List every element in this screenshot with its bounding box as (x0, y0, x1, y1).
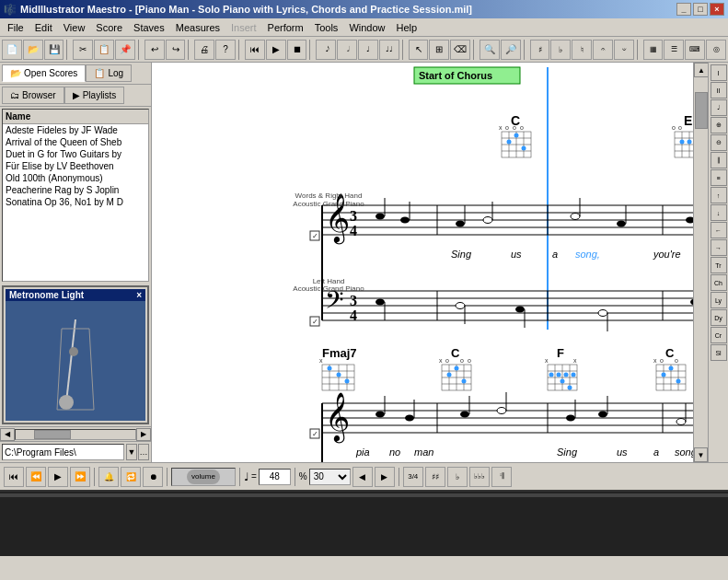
open-button[interactable]: 📂 (23, 40, 43, 60)
metronome-close-button[interactable]: × (136, 290, 142, 300)
rp-btn-12[interactable]: Tr (711, 257, 727, 273)
tb-select[interactable]: ⊞ (429, 40, 449, 60)
menu-score[interactable]: Score (90, 20, 128, 35)
time-sig-button[interactable]: 3/4 (403, 467, 423, 487)
list-item[interactable]: Old 100th (Anonymous) (3, 172, 148, 184)
list-item[interactable]: Arrival of the Queen of Sheb (3, 136, 148, 148)
menu-file[interactable]: File (2, 20, 29, 35)
rp-btn-9[interactable]: ↓ (711, 204, 727, 221)
key-sig-button[interactable]: ♭♭♭ (469, 467, 490, 487)
zoom-select[interactable]: 25 30 50 75 100 (309, 469, 351, 485)
minimize-button[interactable]: _ (676, 3, 691, 16)
tb-sharp[interactable]: ♯ (530, 40, 550, 60)
list-item[interactable]: Sonatina Op 36, No1 by M D (3, 196, 148, 208)
rp-btn-13[interactable]: Ch (711, 274, 727, 291)
print-button[interactable]: 🖨 (194, 40, 214, 60)
zoom-in-button[interactable]: ▶ (375, 467, 395, 487)
flat-button[interactable]: ♭ (447, 467, 468, 487)
tb-eraser[interactable]: ⌫ (450, 40, 470, 60)
tb-extra1[interactable]: 𝄐 (593, 40, 613, 60)
menu-staves[interactable]: Staves (128, 20, 170, 35)
path-dropdown-button[interactable]: ▼ (126, 444, 137, 460)
copy-button[interactable]: 📋 (94, 40, 114, 60)
rp-btn-14[interactable]: Ly (711, 292, 727, 308)
tb-zoom-in[interactable]: 🔍 (480, 40, 500, 60)
tb-note4[interactable]: ♩♩ (379, 40, 399, 60)
tb-natural[interactable]: ♮ (572, 40, 592, 60)
redo-button[interactable]: ↪ (166, 40, 186, 60)
menu-window[interactable]: Window (343, 20, 390, 35)
cut-button[interactable]: ✂ (73, 40, 93, 60)
help-button[interactable]: ? (215, 40, 236, 60)
log-tab[interactable]: 📋 Log (86, 64, 132, 82)
metronome-title-bar[interactable]: Metronome Light × (6, 289, 145, 301)
paste-button[interactable]: 📌 (115, 40, 135, 60)
volume-control[interactable]: volume (171, 468, 236, 486)
path-input[interactable] (2, 444, 124, 460)
horizontal-scroll-thumb[interactable] (34, 430, 71, 439)
tb-drum[interactable]: ◎ (706, 40, 726, 60)
tb-flat[interactable]: ♭ (550, 40, 571, 60)
browser-tab[interactable]: 🗂 Browser (2, 87, 64, 104)
maximize-button[interactable]: □ (693, 3, 708, 16)
list-item[interactable]: Adeste Fideles by JF Wade (3, 124, 148, 136)
tb-rewind[interactable]: ⏮ (245, 40, 265, 60)
metronome-button[interactable]: 🔔 (98, 467, 119, 487)
save-button[interactable]: 💾 (44, 40, 64, 60)
tb-note1[interactable]: 𝅘𝅥𝅮 (316, 40, 336, 60)
horizontal-scrollbar[interactable]: ◀ ▶ (0, 426, 151, 441)
scroll-down-button[interactable]: ▼ (694, 447, 708, 462)
tb-piano-roll[interactable]: ⌨ (685, 40, 705, 60)
undo-button[interactable]: ↩ (144, 40, 165, 60)
menu-view[interactable]: View (58, 20, 91, 35)
rp-btn-16[interactable]: Cr (711, 327, 727, 343)
score-area[interactable]: Start of Chorus 𝄞 3 4 Words & Right Hand… (152, 63, 708, 462)
playlists-tab[interactable]: ▶ Playlists (64, 87, 125, 104)
menu-help[interactable]: Help (391, 20, 423, 35)
rp-btn-4[interactable]: ⊕ (711, 117, 727, 133)
tb-play[interactable]: ▶ (266, 40, 286, 60)
tempo-input[interactable] (259, 469, 291, 485)
sharp-button[interactable]: ♯♯ (425, 467, 445, 487)
list-item[interactable]: Peacherine Rag by S Joplin (3, 184, 148, 196)
transport-forward-button[interactable]: ⏩ (70, 467, 90, 487)
menu-measures[interactable]: Measures (170, 20, 225, 35)
scroll-up-button[interactable]: ▲ (694, 63, 708, 77)
tb-zoom-out[interactable]: 🔎 (501, 40, 521, 60)
rp-btn-17[interactable]: Sl (711, 344, 727, 361)
transport-back-button[interactable]: ⏪ (26, 467, 46, 487)
transport-play-button[interactable]: ▶ (48, 467, 68, 487)
menu-perform[interactable]: Perform (262, 20, 309, 35)
menu-tools[interactable]: Tools (309, 20, 344, 35)
tb-list[interactable]: ☰ (664, 40, 684, 60)
vertical-scrollbar[interactable]: ▲ ▼ (693, 63, 708, 462)
scroll-right-button[interactable]: ▶ (136, 428, 151, 441)
rp-btn-1[interactable]: I (711, 64, 727, 81)
tb-cursor[interactable]: ↖ (409, 40, 429, 60)
menu-insert[interactable]: Insert (225, 20, 262, 35)
menu-edit[interactable]: Edit (29, 20, 58, 35)
repeat-button[interactable]: 𝄇 (491, 467, 512, 487)
path-browse-button[interactable]: … (138, 444, 149, 460)
loop-button[interactable]: 🔁 (121, 467, 141, 487)
transport-start-button[interactable]: ⏮ (4, 467, 24, 487)
scroll-thumb[interactable] (695, 92, 708, 129)
rp-btn-3[interactable]: ♩ (711, 99, 727, 116)
list-item[interactable]: Duet in G for Two Guitars by (3, 148, 148, 160)
record-button[interactable]: ⏺ (143, 467, 163, 487)
tb-grid[interactable]: ▦ (643, 40, 664, 60)
tb-note3[interactable]: ♩ (358, 40, 378, 60)
rp-btn-6[interactable]: ∥ (711, 152, 727, 168)
tb-stop[interactable]: ⏹ (287, 40, 307, 60)
rp-btn-15[interactable]: Dy (711, 309, 727, 326)
new-button[interactable]: 📄 (2, 40, 22, 60)
rp-btn-8[interactable]: ↑ (711, 187, 727, 203)
rp-btn-5[interactable]: ⊖ (711, 134, 727, 151)
tb-note2[interactable]: 𝅗𝅥 (337, 40, 357, 60)
rp-btn-11[interactable]: → (711, 239, 727, 256)
rp-btn-10[interactable]: ← (711, 222, 727, 238)
zoom-out-button[interactable]: ◀ (352, 467, 373, 487)
rp-btn-2[interactable]: II (711, 82, 727, 99)
piano-keyboard[interactable]: // This will be done in the main script (0, 490, 728, 556)
close-button[interactable]: × (710, 3, 724, 16)
